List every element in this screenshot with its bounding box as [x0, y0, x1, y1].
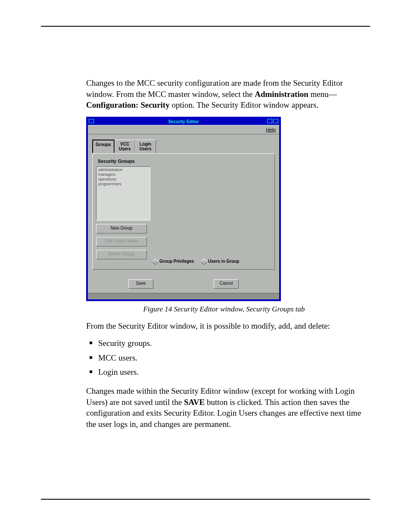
radio-group-privileges[interactable]: Group Privileges: [153, 258, 194, 264]
paragraph: From the Security Editor window, it is p…: [86, 320, 362, 332]
list-item[interactable]: programmers: [98, 182, 148, 187]
radio-label: Group Privileges: [159, 259, 194, 264]
text: option. The Security Editor window appea…: [170, 100, 319, 109]
security-groups-listbox[interactable]: administration managers operations progr…: [96, 166, 150, 221]
intro-paragraph: Changes to the MCC security configuratio…: [86, 78, 362, 111]
tab-strip: Groups VCC Users Login Users: [92, 140, 279, 153]
list-item[interactable]: operations: [98, 177, 148, 182]
document-page: Changes to the MCC security configuratio…: [0, 0, 411, 532]
radio-users-in-group[interactable]: Users in Group: [202, 258, 239, 264]
window-title: Security Editor: [168, 119, 199, 124]
window-minimize-icon[interactable]: [267, 119, 272, 123]
window-menu-icon[interactable]: [89, 119, 94, 123]
tab-groups[interactable]: Groups: [92, 140, 115, 153]
security-editor-screenshot: Security Editor Help Groups VCC Users Lo…: [86, 117, 281, 302]
tab-login-users[interactable]: Login Users: [135, 140, 156, 153]
status-bar: [88, 293, 279, 299]
header-rule: [41, 26, 370, 27]
bullet-list: Security groups. MCC users. Login users.: [86, 338, 362, 378]
bold-save: SAVE: [184, 398, 205, 407]
body-content: Changes to the MCC security configuratio…: [86, 78, 362, 436]
tab-vcc-users[interactable]: VCC Users: [115, 140, 135, 153]
list-item: Security groups.: [86, 338, 362, 349]
figure-caption: Figure 14 Security Editor window, Securi…: [86, 305, 362, 314]
diamond-icon: [152, 258, 159, 265]
footer-rule: [41, 499, 370, 500]
text: menu—: [308, 90, 337, 99]
cancel-button[interactable]: Cancel: [214, 279, 239, 289]
window-maximize-icon[interactable]: [273, 119, 278, 123]
list-item: MCC users.: [86, 352, 362, 364]
security-groups-label: Security Groups: [98, 158, 271, 165]
list-item: Login users.: [86, 367, 362, 378]
edit-group-name-button[interactable]: Edit Group Name: [96, 237, 147, 246]
bold-administration: Administration: [255, 90, 308, 99]
list-item[interactable]: managers: [98, 172, 148, 177]
help-menu[interactable]: Help: [266, 127, 276, 133]
save-button[interactable]: Save: [128, 279, 153, 289]
window-titlebar: Security Editor: [88, 118, 279, 125]
radio-group: Group Privileges Users in Group: [153, 258, 239, 264]
window-frame: Security Editor Help Groups VCC Users Lo…: [86, 117, 281, 302]
list-item[interactable]: administration: [98, 168, 148, 172]
paragraph: Changes made within the Security Editor …: [86, 386, 362, 430]
diamond-icon: [201, 258, 208, 265]
radio-label: Users in Group: [208, 259, 239, 264]
bold-config-security: Configuration: Security: [86, 100, 170, 109]
groups-tab-panel: Security Groups administration managers …: [92, 153, 275, 270]
delete-group-button[interactable]: Delete Group: [96, 250, 147, 259]
new-group-button[interactable]: New Group: [96, 224, 147, 233]
menu-bar: Help: [88, 125, 279, 134]
dialog-actions: Save Cancel: [88, 270, 279, 293]
